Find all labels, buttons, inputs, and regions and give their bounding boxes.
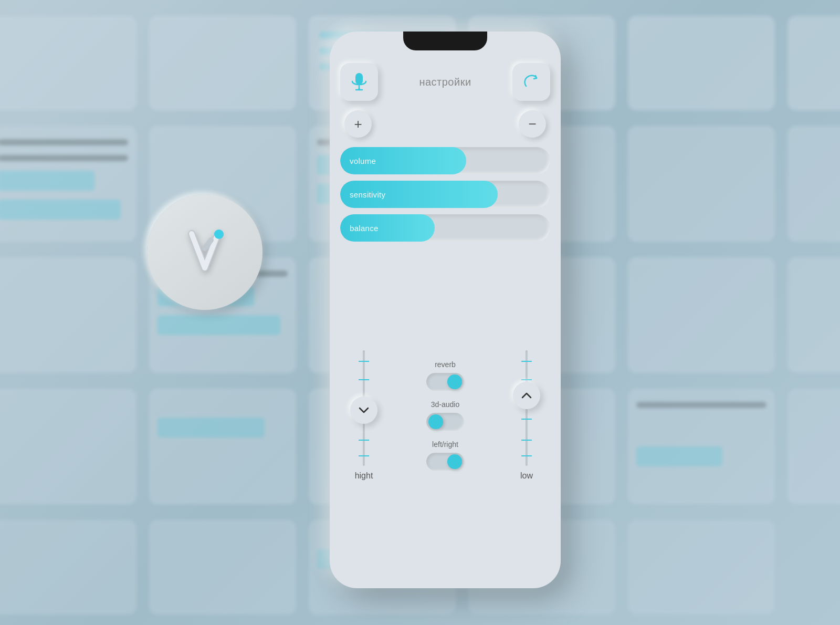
svg-rect-1 bbox=[355, 73, 363, 85]
eq-tick bbox=[359, 361, 369, 362]
minus-button[interactable]: − bbox=[519, 110, 546, 138]
balance-fill: balance bbox=[340, 214, 435, 242]
refresh-button[interactable] bbox=[512, 63, 550, 101]
eq-tick bbox=[521, 455, 532, 456]
eq-tick bbox=[521, 440, 532, 441]
bottom-controls: hight reverb 3d-audio bbox=[340, 253, 550, 578]
phone-content: настройки + − volume bbox=[340, 58, 550, 578]
left-right-toggle[interactable] bbox=[426, 453, 464, 471]
eq-tick bbox=[521, 419, 532, 420]
reverb-group: reverb bbox=[426, 360, 464, 391]
left-right-group: left/right bbox=[426, 440, 464, 471]
plus-button[interactable]: + bbox=[344, 110, 372, 138]
eq-left-label: hight bbox=[355, 471, 373, 481]
3d-audio-toggle[interactable] bbox=[426, 413, 464, 431]
toggles-column: reverb 3d-audio left/right bbox=[408, 360, 482, 471]
eq-tick bbox=[521, 361, 532, 362]
balance-slider[interactable]: balance bbox=[340, 214, 550, 242]
reverb-thumb bbox=[447, 374, 462, 389]
eq-tick bbox=[359, 455, 369, 456]
eq-right-label: low bbox=[520, 471, 533, 481]
eq-right-column: low bbox=[503, 350, 550, 481]
mic-button[interactable] bbox=[340, 63, 378, 101]
phone-notch bbox=[403, 32, 487, 50]
3d-audio-thumb bbox=[428, 414, 443, 429]
eq-right-chevron[interactable] bbox=[513, 382, 540, 409]
3d-audio-label: 3d-audio bbox=[431, 400, 460, 409]
header-row: настройки bbox=[340, 63, 550, 101]
phone-mockup: настройки + − volume bbox=[330, 32, 561, 588]
eq-tick bbox=[359, 379, 369, 380]
reverb-toggle[interactable] bbox=[426, 373, 464, 391]
sensitivity-slider[interactable]: sensitivity bbox=[340, 181, 550, 208]
app-icon bbox=[147, 194, 262, 310]
pm-row: + − bbox=[340, 110, 550, 138]
app-logo bbox=[184, 228, 226, 276]
eq-tick bbox=[359, 440, 369, 441]
reverb-label: reverb bbox=[435, 360, 456, 369]
app-icon-dot bbox=[214, 230, 224, 239]
left-right-label: left/right bbox=[432, 440, 458, 449]
left-right-thumb bbox=[447, 454, 462, 469]
sensitivity-fill: sensitivity bbox=[340, 181, 498, 208]
settings-title: настройки bbox=[419, 76, 471, 88]
svg-point-4 bbox=[358, 88, 360, 90]
volume-slider[interactable]: volume bbox=[340, 147, 550, 174]
eq-left-column: hight bbox=[340, 350, 387, 481]
eq-tick bbox=[521, 379, 532, 380]
eq-left-chevron[interactable] bbox=[350, 397, 377, 424]
volume-fill: volume bbox=[340, 147, 466, 174]
eq-right-fader bbox=[518, 350, 535, 466]
volume-label: volume bbox=[350, 157, 376, 165]
balance-label: balance bbox=[350, 224, 379, 233]
sensitivity-label: sensitivity bbox=[350, 190, 385, 199]
3d-audio-group: 3d-audio bbox=[426, 400, 464, 431]
eq-left-fader bbox=[355, 350, 372, 466]
sliders-section: volume sensitivity balance bbox=[340, 147, 550, 242]
